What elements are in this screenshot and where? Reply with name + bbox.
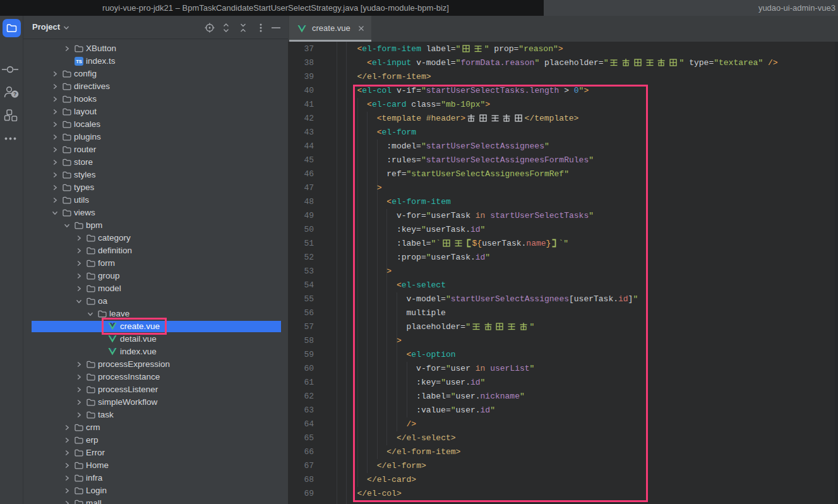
svg-text:?: ? (13, 91, 16, 97)
svg-text:TS: TS (76, 59, 82, 64)
